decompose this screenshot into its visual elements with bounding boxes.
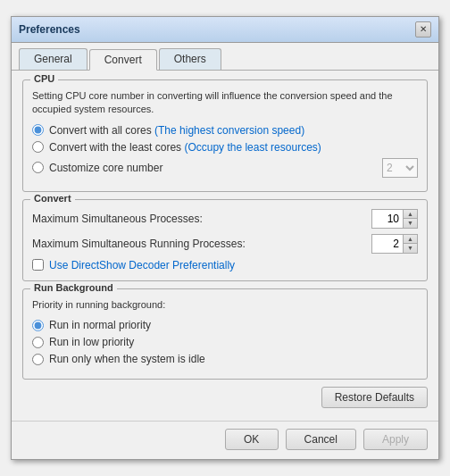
apply-button[interactable]: Apply — [363, 429, 428, 450]
max-running-label: Maximum Simultaneous Running Processes: — [32, 238, 246, 250]
cpu-group-content: Setting CPU core number in converting wi… — [32, 89, 418, 178]
core-number-select[interactable]: 2 4 8 — [382, 158, 418, 178]
max-simultaneous-row: Maximum Simultaneous Processes: ▲ ▼ — [32, 209, 418, 229]
directshow-row: Use DirectShow Decoder Preferentially — [32, 259, 418, 271]
convert-group-label: Convert — [30, 193, 75, 204]
cancel-button[interactable]: Cancel — [286, 429, 356, 450]
title-bar: Preferences ✕ — [12, 17, 438, 43]
cpu-description: Setting CPU core number in converting wi… — [32, 89, 418, 117]
cpu-option-all-cores: Convert with all cores (The highest conv… — [32, 124, 418, 137]
run-background-group: Run Background Priority in running backg… — [22, 288, 428, 380]
max-running-input[interactable] — [372, 235, 403, 253]
tab-others[interactable]: Others — [159, 48, 221, 70]
priority-normal-radio[interactable] — [32, 320, 44, 331]
max-simultaneous-input[interactable] — [372, 210, 403, 228]
cpu-label-custom-cores: Customize core number — [49, 162, 162, 174]
close-button[interactable]: ✕ — [415, 21, 431, 38]
priority-normal: Run in normal priority — [32, 319, 418, 331]
cpu-radio-all-cores[interactable] — [32, 124, 44, 136]
max-running-down[interactable]: ▼ — [403, 243, 417, 253]
tab-content: CPU Setting CPU core number in convertin… — [12, 71, 438, 417]
ok-button[interactable]: OK — [225, 429, 279, 450]
cpu-label-least-cores: Convert with the least cores (Occupy the… — [49, 141, 321, 154]
dialog-buttons: OK Cancel Apply — [12, 425, 438, 459]
core-number-dropdown[interactable]: 2 4 8 — [382, 158, 418, 178]
max-simultaneous-up[interactable]: ▲ — [403, 210, 417, 219]
cpu-option-custom-cores: Customize core number 2 4 8 — [32, 158, 418, 178]
cpu-group-label: CPU — [30, 73, 58, 84]
tab-convert[interactable]: Convert — [89, 49, 157, 71]
convert-group: Convert Maximum Simultaneous Processes: … — [22, 199, 428, 281]
max-simultaneous-label: Maximum Simultaneous Processes: — [32, 213, 203, 225]
max-simultaneous-down[interactable]: ▼ — [403, 218, 417, 228]
max-running-up[interactable]: ▲ — [403, 235, 417, 244]
tab-general[interactable]: General — [19, 48, 88, 70]
preferences-window: Preferences ✕ General Convert Others CPU… — [11, 16, 439, 460]
directshow-checkbox[interactable] — [32, 259, 44, 271]
cpu-option-least-cores: Convert with the least cores (Occupy the… — [32, 141, 418, 154]
convert-group-content: Maximum Simultaneous Processes: ▲ ▼ Maxi… — [32, 209, 418, 271]
max-running-row: Maximum Simultaneous Running Processes: … — [32, 234, 418, 254]
window-title: Preferences — [19, 23, 80, 36]
priority-normal-label: Run in normal priority — [49, 319, 151, 331]
run-background-content: Priority in running background: Run in n… — [32, 298, 418, 365]
run-background-label: Run Background — [30, 282, 117, 293]
cpu-radio-least-cores[interactable] — [32, 141, 44, 153]
priority-idle-radio[interactable] — [32, 354, 44, 365]
max-running-spinbox: ▲ ▼ — [371, 234, 418, 254]
directshow-label: Use DirectShow Decoder Preferentially — [49, 259, 235, 271]
cpu-radio-custom-cores[interactable] — [32, 162, 44, 173]
priority-low-label: Run in low priority — [49, 336, 134, 348]
cpu-group: CPU Setting CPU core number in convertin… — [22, 79, 428, 192]
tabs-bar: General Convert Others — [12, 43, 438, 71]
restore-defaults-button[interactable]: Restore Defaults — [321, 387, 428, 408]
priority-idle-label: Run only when the system is idle — [49, 353, 205, 365]
restore-row: Restore Defaults — [22, 387, 428, 408]
priority-low: Run in low priority — [32, 336, 418, 348]
priority-low-radio[interactable] — [32, 337, 44, 348]
priority-idle: Run only when the system is idle — [32, 353, 418, 365]
cpu-label-all-cores: Convert with all cores (The highest conv… — [49, 124, 304, 137]
run-background-desc: Priority in running background: — [32, 298, 418, 312]
max-simultaneous-spinbox: ▲ ▼ — [371, 209, 418, 229]
